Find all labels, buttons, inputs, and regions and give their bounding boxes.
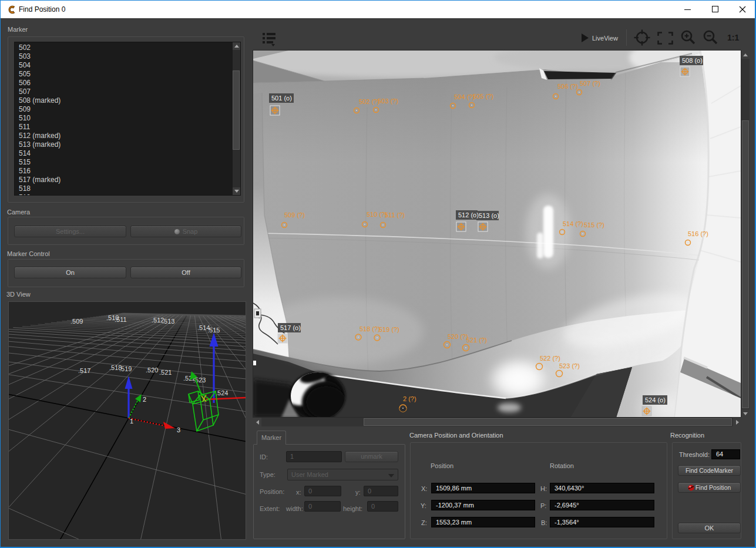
- svg-text:2 (?): 2 (?): [403, 395, 416, 402]
- svg-text:518 (?): 518 (?): [359, 325, 380, 332]
- svg-text:507 (?): 507 (?): [580, 80, 600, 87]
- svg-text:513 (o): 513 (o): [479, 212, 499, 219]
- svg-text:508 (o): 508 (o): [682, 57, 703, 64]
- svg-text:.521: .521: [159, 369, 172, 376]
- svg-text:502 (?): 502 (?): [359, 98, 379, 105]
- svg-text:.515: .515: [207, 327, 220, 334]
- svg-text:522 (?): 522 (?): [540, 355, 560, 362]
- svg-text:.519: .519: [119, 365, 132, 372]
- svg-text:2: 2: [143, 396, 146, 403]
- svg-text:.513: .513: [162, 318, 174, 325]
- svg-text:519 (?): 519 (?): [379, 326, 399, 333]
- svg-text:3: 3: [177, 426, 180, 433]
- svg-text:.509: .509: [70, 318, 83, 325]
- svg-text:501 (o): 501 (o): [271, 95, 292, 102]
- svg-text:524 (o): 524 (o): [645, 396, 666, 404]
- svg-text:516 (?): 516 (?): [688, 230, 708, 237]
- svg-text:510 (?): 510 (?): [367, 211, 387, 218]
- svg-text:509 (?): 509 (?): [284, 211, 305, 218]
- svg-text:512 (o): 512 (o): [458, 211, 479, 218]
- svg-text:503 (?): 503 (?): [378, 98, 398, 105]
- svg-text:523 (?): 523 (?): [559, 362, 580, 369]
- svg-text:.517: .517: [78, 367, 90, 374]
- svg-text:511 (?): 511 (?): [385, 211, 405, 218]
- svg-text:521 (?): 521 (?): [466, 337, 487, 344]
- svg-text:1: 1: [130, 418, 133, 425]
- svg-text:517 (o): 517 (o): [280, 324, 301, 331]
- svg-text:.511: .511: [115, 316, 127, 323]
- svg-text:506 (?): 506 (?): [557, 83, 578, 90]
- svg-text:505 (?): 505 (?): [473, 93, 493, 100]
- svg-text:.520: .520: [146, 367, 158, 374]
- svg-text:514 (?): 514 (?): [563, 220, 583, 227]
- svg-text:520 (?): 520 (?): [448, 333, 468, 340]
- svg-text:515 (?): 515 (?): [584, 221, 604, 228]
- svg-text:504 (?): 504 (?): [454, 93, 475, 100]
- svg-text:.524: .524: [216, 389, 228, 396]
